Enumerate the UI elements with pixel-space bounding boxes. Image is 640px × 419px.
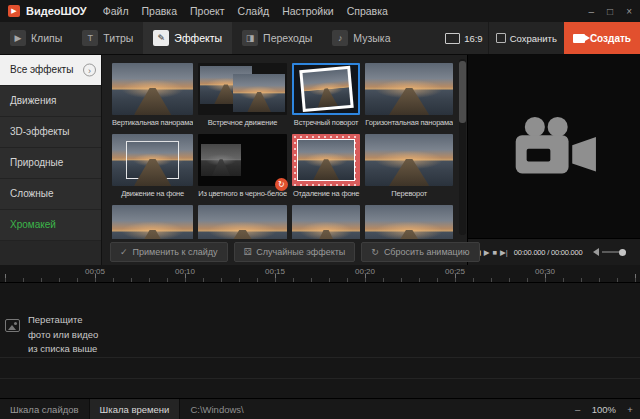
effect-thumbnail[interactable]: [112, 134, 193, 186]
track-divider: [0, 357, 640, 358]
maximize-button[interactable]: □: [607, 6, 613, 17]
timeline-tracks[interactable]: Перетащите фото или видео из списка выше: [0, 283, 640, 399]
thumbnail-image: [201, 144, 241, 176]
ruler-tick: 00:25: [440, 267, 470, 276]
volume-icon: [589, 248, 599, 256]
tab-effects[interactable]: ✎ Эффекты: [143, 22, 232, 54]
volume-slider[interactable]: [602, 251, 626, 253]
category-all-effects[interactable]: Все эффекты ›: [0, 55, 101, 86]
effect-item-partial[interactable]: [365, 205, 453, 239]
save-button[interactable]: Сохранить: [488, 22, 564, 54]
timeline: 00:05 00:10 00:15 00:20 00:25 00:30 Пере…: [0, 265, 640, 399]
playback-time: 00:00.000 / 00:00.000: [514, 248, 583, 257]
effects-panel: Вертикальная панорама Встречное движение: [102, 55, 467, 265]
ruler-tick: 00:15: [260, 267, 290, 276]
effect-item-partial[interactable]: [198, 205, 287, 239]
timeline-ruler[interactable]: 00:05 00:10 00:15 00:20 00:25 00:30: [0, 265, 640, 283]
category-label: Все эффекты: [10, 64, 73, 75]
category-nature[interactable]: Природные: [0, 148, 101, 179]
volume-slider-knob[interactable]: [619, 249, 626, 256]
player-controls: |◀ ▶ ■ ▶| 00:00.000 / 00:00.000: [468, 238, 640, 265]
ruler-tick: 00:05: [80, 267, 110, 276]
tab-titles[interactable]: T Титры: [72, 22, 143, 54]
category-motions[interactable]: Движения: [0, 86, 101, 117]
play-button[interactable]: ▶: [484, 248, 490, 257]
menu-project[interactable]: Проект: [190, 5, 225, 17]
dice-icon: ⚄: [244, 247, 252, 257]
zoom-in-button[interactable]: +: [620, 404, 640, 415]
save-button-label: Сохранить: [510, 33, 557, 44]
effect-thumbnail[interactable]: [198, 205, 287, 239]
effect-label: Горизонтальная панорама: [365, 118, 453, 128]
slides-scale-tab[interactable]: Шкала слайдов: [0, 399, 90, 419]
effects-category-sidebar: Все эффекты › Движения 3D-эффекты Природ…: [0, 55, 102, 265]
effect-item-motion-on-background[interactable]: Движение на фоне: [112, 134, 193, 199]
scrollbar-thumb[interactable]: [459, 61, 466, 123]
next-frame-button[interactable]: ▶|: [500, 248, 508, 257]
effect-thumbnail-selected[interactable]: [292, 63, 361, 115]
apply-label: Применить к слайду: [133, 247, 218, 257]
effect-label: Отдаление на фоне: [292, 189, 361, 199]
effect-item-partial[interactable]: [292, 205, 361, 239]
effect-item-horizontal-pan[interactable]: Горизонтальная панорама: [365, 63, 453, 128]
menu-slide[interactable]: Слайд: [238, 5, 270, 17]
main-toolbar: ▶ Клипы T Титры ✎ Эффекты ◨ Переходы ♪ М…: [0, 22, 640, 55]
menu-file[interactable]: Файл: [103, 5, 129, 17]
effect-thumbnail[interactable]: [198, 134, 287, 186]
effect-thumbnail[interactable]: [112, 63, 193, 115]
effect-label: Вертикальная панорама: [112, 118, 193, 128]
menu-help[interactable]: Справка: [347, 5, 388, 17]
aspect-ratio-control[interactable]: 16:9: [440, 22, 488, 54]
category-chromakey[interactable]: Хромакей: [0, 210, 101, 241]
titlebar: ▶ ВидеоШОУ Файл Правка Проект Слайд Наст…: [0, 0, 640, 22]
videoshow-app: ▶ ВидеоШОУ Файл Правка Проект Слайд Наст…: [0, 0, 640, 419]
effects-scrollbar[interactable]: [459, 59, 466, 235]
effect-thumbnail[interactable]: [292, 205, 361, 239]
category-label: 3D-эффекты: [10, 126, 70, 137]
effect-thumbnail-highlighted[interactable]: [292, 134, 361, 186]
effect-thumbnail[interactable]: [365, 134, 453, 186]
effect-item-partial[interactable]: [112, 205, 193, 239]
close-button[interactable]: ×: [626, 6, 632, 17]
tab-music-label: Музыка: [353, 32, 390, 44]
effect-item-counter-rotation-selected[interactable]: Встречный поворот: [292, 63, 361, 128]
random-effects-button[interactable]: ⚄ Случайные эффекты: [234, 242, 356, 262]
create-button[interactable]: Создать: [564, 22, 640, 54]
tab-music[interactable]: ♪ Музыка: [322, 22, 400, 54]
effect-thumbnail[interactable]: [365, 63, 453, 115]
effect-thumbnail[interactable]: [112, 205, 193, 239]
time-scale-tab[interactable]: Шкала времени: [90, 399, 181, 419]
effect-item-flip[interactable]: Переворот: [365, 134, 453, 199]
effect-item-counter-motion[interactable]: Встречное движение: [198, 63, 287, 128]
category-label: Хромакей: [10, 219, 56, 230]
tab-clips-label: Клипы: [31, 32, 62, 44]
category-complex[interactable]: Сложные: [0, 179, 101, 210]
save-icon: [496, 33, 506, 43]
titles-icon: T: [82, 30, 98, 46]
reset-animation-button[interactable]: ↻ Сбросить анимацию: [361, 242, 479, 262]
menu-settings[interactable]: Настройки: [282, 5, 334, 17]
tab-transitions[interactable]: ◨ Переходы: [232, 22, 322, 54]
effect-item-zoom-out-on-background[interactable]: Отдаление на фоне: [292, 134, 361, 199]
ruler-tick: 00:20: [350, 267, 380, 276]
zoom-level: 100%: [592, 404, 616, 415]
effect-item-vertical-pan[interactable]: Вертикальная панорама: [112, 63, 193, 128]
stop-button[interactable]: ■: [493, 248, 498, 257]
effects-actions-bar: ✓ Применить к слайду ⚄ Случайные эффекты…: [102, 239, 467, 265]
effect-thumbnail[interactable]: [198, 63, 287, 115]
thumbnail-image: [302, 69, 349, 109]
statusbar: Шкала слайдов Шкала времени C:\Windows\ …: [0, 398, 640, 419]
category-label: Движения: [10, 95, 56, 106]
category-3d-effects[interactable]: 3D-эффекты: [0, 117, 101, 148]
tab-clips[interactable]: ▶ Клипы: [0, 22, 72, 54]
apply-to-slide-button[interactable]: ✓ Применить к слайду: [110, 242, 228, 262]
preview-panel: |◀ ▶ ■ ▶| 00:00.000 / 00:00.000: [467, 55, 640, 265]
effect-label: Из цветного в черно-белое: [198, 189, 287, 199]
tab-titles-label: Титры: [103, 32, 133, 44]
effect-item-color-to-bw[interactable]: ↻ Из цветного в черно-белое: [198, 134, 287, 199]
zoom-out-button[interactable]: –: [568, 404, 588, 415]
effect-thumbnail[interactable]: [365, 205, 453, 239]
minimize-button[interactable]: –: [589, 6, 595, 17]
menu-edit[interactable]: Правка: [142, 5, 177, 17]
video-preview: [468, 55, 640, 238]
